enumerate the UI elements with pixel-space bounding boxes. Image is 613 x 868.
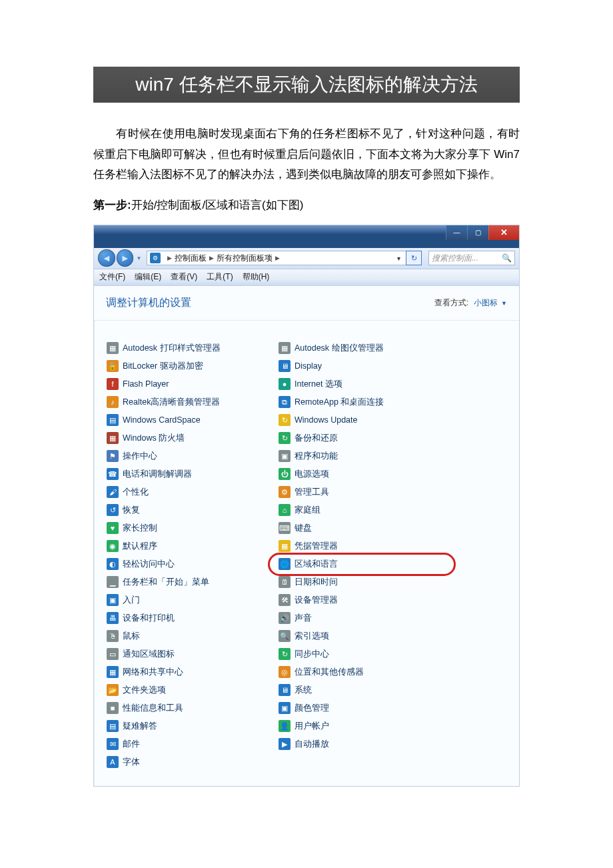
address-field[interactable]: ⚙ ▶ 控制面板 ▶ 所有控制面板项 ▶ ▾ [147, 251, 406, 265]
cp-item-power[interactable]: ⏻电源选项 [277, 465, 449, 483]
menu-edit[interactable]: 编辑(E) [135, 271, 161, 283]
cp-item-sync-center[interactable]: ↻同步中心 [277, 645, 449, 663]
control-panel-icon: ⚙ [150, 253, 161, 263]
cp-item-notif-icons[interactable]: ▭通知区域图标 [105, 645, 277, 663]
cp-item-realtek[interactable]: ♪Realtek高清晰音频管理器 [105, 393, 277, 411]
cp-item-homegroup[interactable]: ⌂家庭组 [277, 501, 449, 519]
chevron-right-icon: ▶ [275, 255, 280, 261]
cp-item-network[interactable]: ▦网络和共享中心 [105, 663, 277, 681]
cp-item-recovery[interactable]: ↺恢复 [105, 501, 277, 519]
cp-item-folder-opts[interactable]: 📂文件夹选项 [105, 681, 277, 699]
refresh-button[interactable]: ↻ [406, 251, 422, 265]
autodesk-plot-icon: ▦ [279, 342, 291, 354]
region-lang-icon: 🌐 [279, 558, 291, 570]
maximize-button[interactable]: ▢ [467, 225, 488, 240]
view-by-label: 查看方式: [434, 298, 468, 307]
menu-file[interactable]: 文件(F) [99, 271, 125, 283]
forward-button[interactable]: ► [117, 249, 134, 267]
flash-icon: f [107, 378, 119, 390]
cp-item-mouse[interactable]: 🖱鼠标 [105, 627, 277, 645]
getting-started-label: 入门 [123, 595, 140, 606]
backup-label: 备份和还原 [295, 433, 338, 444]
mouse-label: 鼠标 [123, 631, 140, 642]
cp-item-autoplay[interactable]: ▶自动播放 [277, 735, 449, 753]
cp-item-internet-options[interactable]: ●Internet 选项 [277, 375, 449, 393]
cp-item-firewall[interactable]: ▦Windows 防火墙 [105, 429, 277, 447]
crumb-1[interactable]: 控制面板 [175, 253, 207, 264]
cp-item-keyboard[interactable]: ⌨键盘 [277, 519, 449, 537]
back-button[interactable]: ◄ [98, 249, 115, 267]
credential-icon: ▦ [279, 540, 291, 552]
cp-item-default-prog[interactable]: ◉默认程序 [105, 537, 277, 555]
cp-item-fonts[interactable]: A字体 [105, 753, 277, 771]
remoteapp-icon: ⧉ [279, 396, 291, 408]
search-input[interactable]: 搜索控制面... 🔍 [428, 251, 515, 265]
step-1: 第一步:开始/控制面板/区域和语言(如下图) [93, 197, 520, 213]
cp-item-action-center[interactable]: ⚑操作中心 [105, 447, 277, 465]
cp-item-mail[interactable]: ✉邮件 [105, 735, 277, 753]
getting-started-icon: ▣ [107, 594, 119, 606]
cp-item-date-time[interactable]: 🗓日期和时间 [277, 573, 449, 591]
user-accounts-label: 用户帐户 [295, 721, 329, 732]
menu-help[interactable]: 帮助(H) [243, 271, 270, 283]
user-accounts-icon: 👤 [279, 720, 291, 732]
cp-item-bitlocker[interactable]: 🔒BitLocker 驱动器加密 [105, 357, 277, 375]
personalization-label: 个性化 [123, 487, 149, 498]
cp-item-user-accounts[interactable]: 👤用户帐户 [277, 717, 449, 735]
chevron-down-icon[interactable]: ▼ [501, 300, 507, 307]
cp-item-cardspace[interactable]: ▤Windows CardSpace [105, 411, 277, 429]
troubleshoot-icon: ▤ [107, 720, 119, 732]
cp-item-system[interactable]: 🖥系统 [277, 681, 449, 699]
cp-item-easy-access[interactable]: ◐轻松访问中心 [105, 555, 277, 573]
cp-item-programs[interactable]: ▣程序和功能 [277, 447, 449, 465]
minimize-button[interactable]: — [446, 225, 467, 240]
color-mgmt-label: 颜色管理 [295, 703, 329, 714]
cp-item-autodesk-print[interactable]: ▦Autodesk 打印样式管理器 [105, 339, 277, 357]
cp-item-personalization[interactable]: 🖌个性化 [105, 483, 277, 501]
recovery-label: 恢复 [123, 505, 140, 516]
cp-item-troubleshoot[interactable]: ▤疑难解答 [105, 717, 277, 735]
cp-item-location[interactable]: ◎位置和其他传感器 [277, 663, 449, 681]
cp-item-device-mgr[interactable]: 🛠设备管理器 [277, 591, 449, 609]
programs-label: 程序和功能 [295, 451, 338, 462]
cp-item-devices[interactable]: 🖶设备和打印机 [105, 609, 277, 627]
default-prog-icon: ◉ [107, 540, 119, 552]
menu-view[interactable]: 查看(V) [171, 271, 197, 283]
taskbar-label: 任务栏和「开始」菜单 [123, 577, 209, 588]
notif-icons-icon: ▭ [107, 648, 119, 660]
remoteapp-label: RemoteApp 和桌面连接 [295, 397, 384, 408]
view-by-value[interactable]: 小图标 [474, 298, 498, 307]
internet-options-label: Internet 选项 [295, 379, 342, 390]
refresh-icon: ↻ [411, 254, 417, 263]
cp-item-color-mgmt[interactable]: ▣颜色管理 [277, 699, 449, 717]
cp-item-sound[interactable]: 🔊声音 [277, 609, 449, 627]
mail-label: 邮件 [123, 739, 140, 750]
bitlocker-label: BitLocker 驱动器加密 [123, 361, 203, 372]
phone-modem-icon: ☎ [107, 468, 119, 480]
cp-item-backup[interactable]: ↻备份和还原 [277, 429, 449, 447]
cp-item-perf-info[interactable]: ■性能信息和工具 [105, 699, 277, 717]
cp-item-win-update[interactable]: ↻Windows Update [277, 411, 449, 429]
credential-label: 凭据管理器 [295, 541, 338, 552]
history-dropdown-icon[interactable]: ▼ [136, 255, 144, 261]
crumb-2[interactable]: 所有控制面板项 [217, 253, 273, 264]
address-dropdown[interactable]: ▾ [394, 255, 403, 262]
date-time-label: 日期和时间 [295, 577, 338, 588]
realtek-label: Realtek高清晰音频管理器 [123, 397, 220, 408]
cp-item-admin-tools[interactable]: ⚙管理工具 [277, 483, 449, 501]
cp-item-remoteapp[interactable]: ⧉RemoteApp 和桌面连接 [277, 393, 449, 411]
cp-item-indexing[interactable]: 🔍索引选项 [277, 627, 449, 645]
cp-item-getting-started[interactable]: ▣入门 [105, 591, 277, 609]
cp-item-taskbar[interactable]: ▁任务栏和「开始」菜单 [105, 573, 277, 591]
cp-item-flash[interactable]: fFlash Player [105, 375, 277, 393]
cp-item-phone-modem[interactable]: ☎电话和调制解调器 [105, 465, 277, 483]
cp-item-autodesk-plot[interactable]: ▦Autodesk 绘图仪管理器 [277, 339, 449, 357]
cp-item-region-lang[interactable]: 🌐区域和语言 [277, 555, 449, 573]
cp-item-parental[interactable]: ♥家长控制 [105, 519, 277, 537]
menu-tools[interactable]: 工具(T) [207, 271, 233, 283]
content-title: 调整计算机的设置 [106, 296, 191, 310]
close-button[interactable]: ✕ [488, 225, 519, 240]
autodesk-plot-label: Autodesk 绘图仪管理器 [295, 343, 384, 354]
items-grid: ▦Autodesk 打印样式管理器▦Autodesk 绘图仪管理器🔒BitLoc… [94, 321, 519, 786]
cp-item-display[interactable]: 🖥Display [277, 357, 449, 375]
